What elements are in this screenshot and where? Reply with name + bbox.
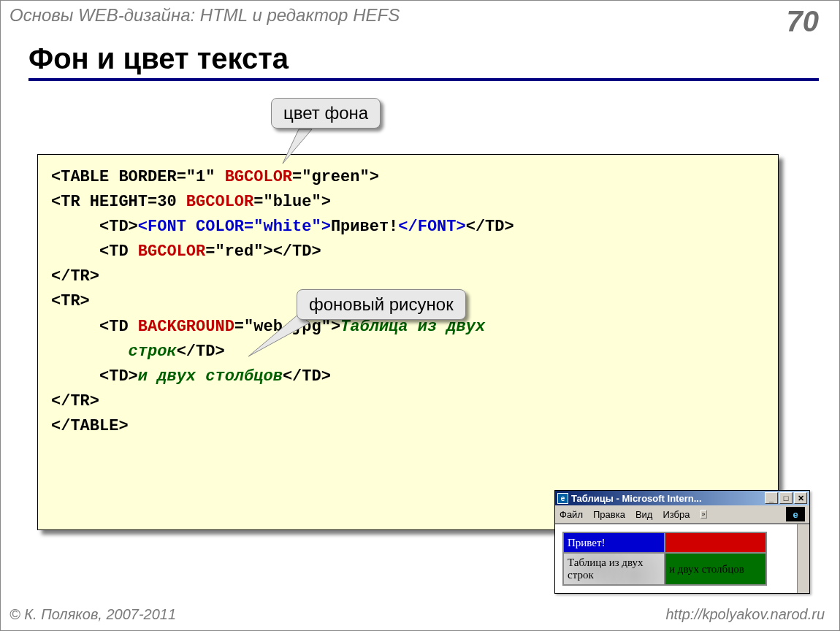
browser-titlebar[interactable]: e Таблицы - Microsoft Intern... _ □ ✕: [555, 491, 809, 505]
footer-url: http://kpolyakov.narod.ru: [665, 606, 825, 623]
title-underline: [28, 78, 819, 81]
menu-file[interactable]: Файл: [560, 509, 583, 520]
svg-marker-1: [248, 314, 310, 356]
browser-menubar: Файл Правка Вид Избра » e: [555, 505, 809, 524]
svg-marker-0: [283, 129, 312, 164]
table-row: Таблица из двух строк и двух столбцов: [563, 553, 766, 585]
result-table: Привет! Таблица из двух строк и двух сто…: [562, 532, 767, 586]
table-row: Привет!: [563, 532, 766, 553]
breadcrumb: Основы WEB-дизайна: HTML и редактор HEFS: [9, 5, 400, 38]
browser-title: Таблицы - Microsoft Intern...: [571, 493, 702, 504]
callout-bgcolor: цвет фона: [271, 98, 381, 129]
menu-view[interactable]: Вид: [635, 509, 653, 520]
ie-logo-icon: e: [786, 507, 805, 521]
menu-edit[interactable]: Правка: [593, 509, 625, 520]
browser-viewport: Привет! Таблица из двух строк и двух сто…: [555, 524, 809, 593]
callout-bgimage: фоновый рисунок: [297, 289, 466, 320]
ie-icon: e: [557, 493, 568, 504]
callout-bgcolor-pointer: [277, 127, 321, 171]
browser-window: e Таблицы - Microsoft Intern... _ □ ✕ Фа…: [554, 490, 810, 594]
menu-overflow[interactable]: »: [700, 510, 707, 519]
code-block: <TABLE BORDER="1" BGCOLOR="green"> <TR H…: [37, 154, 779, 530]
menu-favorites[interactable]: Избра: [663, 509, 690, 520]
slide-title: Фон и цвет текста: [28, 42, 839, 75]
cell-blue: Привет!: [563, 532, 665, 553]
scrollbar[interactable]: [797, 524, 809, 593]
cell-web: Таблица из двух строк: [563, 553, 665, 585]
page-number: 70: [787, 5, 820, 38]
maximize-button[interactable]: □: [779, 492, 793, 504]
minimize-button[interactable]: _: [765, 492, 778, 504]
cell-green: и двух столбцов: [665, 553, 766, 585]
footer-copyright: © К. Поляков, 2007-2011: [9, 606, 176, 623]
cell-red: [665, 532, 766, 553]
close-button[interactable]: ✕: [794, 492, 807, 504]
